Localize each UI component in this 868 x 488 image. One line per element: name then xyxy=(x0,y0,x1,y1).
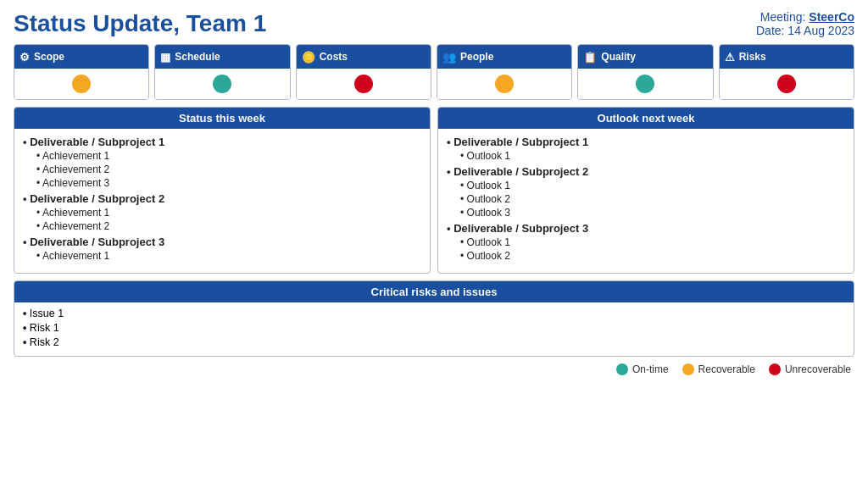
sub-list-item: Outlook 2 xyxy=(460,250,845,262)
sub-list-item: Outlook 3 xyxy=(460,207,845,219)
status-dot-costs xyxy=(354,75,373,93)
page-title: Status Update, Team 1 xyxy=(14,10,266,37)
outlook-next-week-box: Outlook next week Deliverable / Subproje… xyxy=(437,107,854,274)
main-grid: Status this week Deliverable / Subprojec… xyxy=(14,107,854,274)
status-this-week-content: Deliverable / Subproject 1Achievement 1A… xyxy=(14,129,430,273)
costs-icon: 🪙 xyxy=(302,51,315,64)
sub-list-item: Outlook 1 xyxy=(460,180,845,191)
legend-item-on-time: On-time xyxy=(616,363,669,375)
risks-icon: ⚠ xyxy=(725,51,735,64)
risk-item: Issue 1 xyxy=(23,308,845,319)
indicator-risks: ⚠ Risks xyxy=(719,44,854,100)
indicator-schedule: ▦ Schedule xyxy=(154,44,290,100)
indicator-body-schedule xyxy=(155,69,289,99)
list-item: Deliverable / Subproject 3Outlook 1Outlo… xyxy=(447,222,845,262)
legend-item-unrecoverable: Unrecoverable xyxy=(769,363,851,375)
indicator-label-people: People xyxy=(460,51,493,63)
list-item: Deliverable / Subproject 1Outlook 1 xyxy=(447,136,845,162)
indicator-label-scope: Scope xyxy=(34,51,64,63)
list-item: Deliverable / Subproject 3Achievement 1 xyxy=(23,236,421,262)
sub-list-item: Outlook 2 xyxy=(460,193,845,205)
meeting-label: Meeting: xyxy=(760,10,806,24)
indicator-header-scope: ⚙ Scope xyxy=(14,45,148,69)
indicator-header-quality: 📋 Quality xyxy=(578,45,712,69)
indicator-header-costs: 🪙 Costs xyxy=(297,45,431,69)
legend-dot-teal xyxy=(616,363,628,375)
legend-dot-red xyxy=(769,363,781,375)
indicator-header-schedule: ▦ Schedule xyxy=(155,45,289,69)
sub-list-item: Outlook 1 xyxy=(460,236,845,248)
indicators-row: ⚙ Scope ▦ Schedule 🪙 Costs xyxy=(14,44,854,100)
critical-risks-content: Issue 1Risk 1Risk 2 xyxy=(14,302,854,356)
indicator-quality: 📋 Quality xyxy=(577,44,713,100)
indicator-body-quality xyxy=(578,69,712,99)
indicator-body-people xyxy=(437,69,571,99)
schedule-icon: ▦ xyxy=(160,51,170,64)
outlook-next-week-content: Deliverable / Subproject 1Outlook 1Deliv… xyxy=(438,129,854,273)
quality-icon: 📋 xyxy=(583,51,597,64)
sub-list-item: Outlook 1 xyxy=(460,150,845,162)
list-item: Deliverable / Subproject 2Achievement 1A… xyxy=(23,192,421,232)
indicator-body-costs xyxy=(297,69,431,99)
sub-list-item: Achievement 1 xyxy=(36,250,421,262)
status-dot-quality xyxy=(636,75,654,93)
indicator-header-risks: ⚠ Risks xyxy=(720,45,854,69)
indicator-label-quality: Quality xyxy=(601,51,636,63)
risk-item: Risk 1 xyxy=(23,322,845,334)
status-dot-people xyxy=(495,75,514,93)
people-icon: 👥 xyxy=(442,51,456,64)
legend-dot-yellow xyxy=(682,363,694,375)
indicator-body-risks xyxy=(720,69,854,99)
sub-list-item: Achievement 1 xyxy=(36,150,421,162)
indicator-people: 👥 People xyxy=(437,44,572,100)
list-item: Deliverable / Subproject 2Outlook 1Outlo… xyxy=(447,165,845,219)
status-dot-risks xyxy=(777,75,796,93)
meeting-info: Meeting: SteerCo Date: 14 Aug 2023 xyxy=(756,10,854,37)
indicator-body-scope xyxy=(14,69,148,99)
status-this-week-box: Status this week Deliverable / Subprojec… xyxy=(14,107,431,274)
meeting-line: Meeting: SteerCo xyxy=(756,10,854,24)
indicator-header-people: 👥 People xyxy=(437,45,571,69)
legend-row: On-time Recoverable Unrecoverable xyxy=(14,363,854,375)
sub-list-item: Achievement 1 xyxy=(36,207,421,219)
critical-risks-box: Critical risks and issues Issue 1Risk 1R… xyxy=(14,280,854,357)
header: Status Update, Team 1 Meeting: SteerCo D… xyxy=(14,10,854,37)
status-dot-scope xyxy=(72,75,91,93)
date-line: Date: 14 Aug 2023 xyxy=(756,24,854,37)
sub-list-item: Achievement 2 xyxy=(36,220,421,232)
outlook-next-week-header: Outlook next week xyxy=(438,108,854,129)
sub-list-item: Achievement 2 xyxy=(36,164,421,175)
status-this-week-header: Status this week xyxy=(14,108,430,129)
critical-risks-header: Critical risks and issues xyxy=(14,281,854,302)
indicator-scope: ⚙ Scope xyxy=(14,44,149,100)
legend-item-recoverable: Recoverable xyxy=(682,363,755,375)
scope-icon: ⚙ xyxy=(19,51,30,64)
sub-list-item: Achievement 3 xyxy=(36,177,421,189)
steerco-label: SteerCo xyxy=(809,10,854,24)
indicator-label-schedule: Schedule xyxy=(175,51,220,63)
legend-label: Unrecoverable xyxy=(785,363,851,375)
list-item: Deliverable / Subproject 1Achievement 1A… xyxy=(23,136,421,189)
risk-item: Risk 2 xyxy=(23,336,845,348)
legend-label: On-time xyxy=(632,363,669,375)
status-dot-schedule xyxy=(213,75,231,93)
indicator-label-costs: Costs xyxy=(320,51,348,63)
legend-label: Recoverable xyxy=(698,363,755,375)
indicator-costs: 🪙 Costs xyxy=(296,44,431,100)
indicator-label-risks: Risks xyxy=(739,51,766,63)
